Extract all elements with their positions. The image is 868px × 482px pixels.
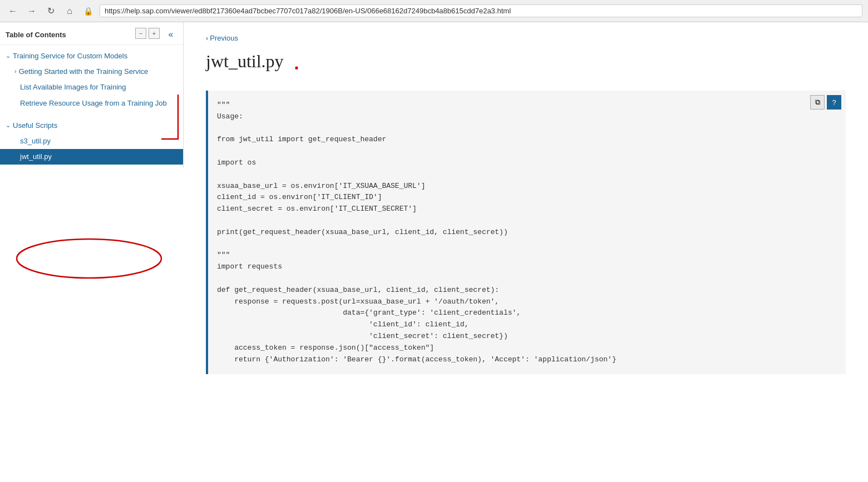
sidebar: Table of Contents − + « ⌄ Training Servi… <box>0 22 184 168</box>
lock-icon: 🔒 <box>83 7 93 16</box>
sidebar-item-retrieve-resource[interactable]: Retrieve Resource Usage from a Training … <box>0 96 183 111</box>
toc-title: Table of Contents <box>6 31 66 39</box>
toc-hide-button[interactable]: « <box>164 28 177 41</box>
sidebar-link-useful-scripts[interactable]: Useful Scripts <box>13 121 57 131</box>
page-title-row: jwt_util.py • <box>206 51 846 85</box>
toc-section-training: ⌄ Training Service for Custom Models › G… <box>0 45 183 115</box>
page-title: jwt_util.py <box>206 51 284 72</box>
svg-point-0 <box>17 239 161 278</box>
toc-expand-all-button[interactable]: + <box>149 28 160 39</box>
toc-header: Table of Contents − + « <box>0 22 183 45</box>
browser-toolbar: ← → ↻ ⌂ 🔒 <box>0 0 868 22</box>
sidebar-link-getting-started[interactable]: Getting Started with the Training Servic… <box>19 67 149 77</box>
sidebar-link-list-images[interactable]: List Available Images for Training <box>20 82 126 92</box>
sidebar-item-s3-util[interactable]: s3_util.py <box>0 133 183 149</box>
sidebar-item-getting-started[interactable]: › Getting Started with the Training Serv… <box>0 64 183 79</box>
chevron-down-icon: ⌄ <box>6 52 11 60</box>
home-button[interactable]: ⌂ <box>62 4 77 18</box>
code-block-actions: ⧉ ? <box>810 95 841 110</box>
copy-code-button[interactable]: ⧉ <box>810 95 825 110</box>
sidebar-link-s3-util[interactable]: s3_util.py <box>20 136 51 146</box>
chevron-right-icon: › <box>14 67 17 76</box>
prev-link-wrapper: ‹ Previous <box>206 33 846 51</box>
reload-button[interactable]: ↻ <box>43 4 58 18</box>
sidebar-link-jwt-util[interactable]: jwt_util.py <box>20 152 52 162</box>
back-button[interactable]: ← <box>6 4 20 18</box>
red-dot-indicator: • <box>295 62 299 74</box>
toc-collapse-all-button[interactable]: − <box>135 28 146 39</box>
chevron-left-icon: ‹ <box>206 34 208 42</box>
toc-controls: − + « <box>135 28 177 41</box>
sidebar-item-training-service[interactable]: ⌄ Training Service for Custom Models <box>0 48 183 64</box>
chevron-down-icon-2: ⌄ <box>6 121 11 130</box>
info-icon: ? <box>832 98 836 107</box>
main-layout: Table of Contents − + « ⌄ Training Servi… <box>0 22 868 482</box>
sidebar-link-training-service[interactable]: Training Service for Custom Models <box>13 51 127 61</box>
info-code-button[interactable]: ? <box>827 95 841 110</box>
prev-link-label: Previous <box>210 34 238 42</box>
sidebar-link-retrieve-resource[interactable]: Retrieve Resource Usage from a Training … <box>20 98 167 108</box>
code-content: """ Usage: from jwt_util import get_requ… <box>217 100 837 365</box>
code-block-wrapper: ⧉ ? """ Usage: from jwt_util import get_… <box>206 91 846 374</box>
prev-link[interactable]: ‹ Previous <box>206 34 238 42</box>
forward-button[interactable]: → <box>24 4 39 18</box>
sidebar-item-list-images[interactable]: List Available Images for Training <box>0 79 183 95</box>
copy-icon: ⧉ <box>815 98 820 107</box>
address-bar[interactable] <box>100 4 862 17</box>
toc-section-useful-scripts: ⌄ Useful Scripts s3_util.py jwt_util.py <box>0 115 183 168</box>
sidebar-item-useful-scripts[interactable]: ⌄ Useful Scripts <box>0 118 183 133</box>
content-area: ‹ Previous jwt_util.py • ⧉ ? """ Usage: … <box>184 22 868 482</box>
sidebar-item-jwt-util[interactable]: jwt_util.py <box>0 149 183 165</box>
sidebar-wrapper: Table of Contents − + « ⌄ Training Servi… <box>0 22 184 482</box>
